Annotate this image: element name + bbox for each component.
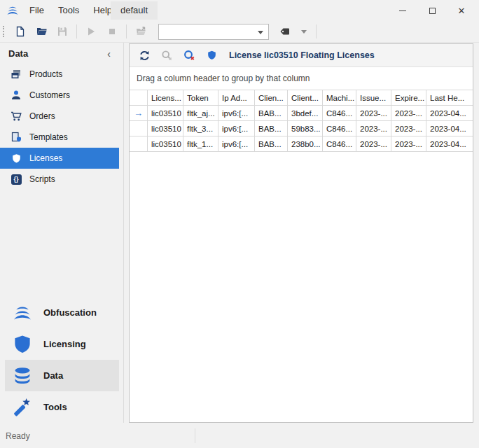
table-row[interactable]: lic03510 fltk_1... ipv6:[... BAB... 238b… bbox=[130, 136, 473, 152]
save-button[interactable] bbox=[53, 23, 71, 40]
sidebar-item-scripts[interactable]: Scripts bbox=[0, 169, 119, 190]
nav-item-licensing[interactable]: Licensing bbox=[0, 328, 119, 360]
sidebar-header: Data ‹ bbox=[0, 43, 119, 64]
row-indicator bbox=[130, 136, 148, 152]
table-cell[interactable]: C846... bbox=[323, 121, 356, 136]
column-header-issue[interactable]: Issue... bbox=[356, 90, 391, 106]
table-header-row: Licens... Token Ip Ad... Clien... Client… bbox=[130, 90, 473, 106]
table-cell[interactable]: 2023-... bbox=[356, 136, 391, 152]
sidebar: Data ‹ Products Customers bbox=[0, 43, 119, 423]
minimize-button[interactable] bbox=[388, 0, 417, 21]
table-cell[interactable]: 2023-... bbox=[391, 106, 426, 121]
panel-toolbar: License lic03510 Floating Licenses bbox=[130, 44, 473, 67]
stop-icon bbox=[106, 26, 118, 37]
license-shield-button[interactable] bbox=[202, 46, 221, 64]
column-header-ip[interactable]: Ip Ad... bbox=[218, 90, 255, 106]
customers-icon bbox=[10, 89, 22, 102]
sidebar-item-templates[interactable]: Templates bbox=[0, 127, 119, 148]
collapse-chevron-icon[interactable]: ‹ bbox=[104, 48, 113, 59]
table-cell[interactable]: C846... bbox=[323, 106, 356, 121]
table-cell[interactable]: lic03510 bbox=[148, 121, 183, 136]
main-toolbar bbox=[0, 21, 479, 43]
row-indicator bbox=[130, 121, 148, 136]
search-button[interactable] bbox=[158, 46, 176, 64]
table-cell[interactable]: lic03510 bbox=[148, 136, 183, 152]
table-cell[interactable]: 2023-... bbox=[356, 106, 391, 121]
run-button[interactable] bbox=[82, 23, 100, 40]
table-cell[interactable]: ipv6:[... bbox=[218, 106, 255, 121]
open-file-button[interactable] bbox=[32, 23, 50, 40]
refresh-icon bbox=[139, 50, 151, 62]
sidebar-spacer bbox=[0, 190, 119, 297]
column-header-license[interactable]: Licens... bbox=[148, 90, 183, 106]
table-cell[interactable]: fltk_aj... bbox=[183, 106, 218, 121]
table-row[interactable]: lic03510 fltk_3... ipv6:[... BAB... 59b8… bbox=[130, 121, 473, 136]
close-button[interactable]: ✕ bbox=[447, 0, 476, 21]
table-cell[interactable]: lic03510 bbox=[148, 106, 183, 121]
sidebar-splitter[interactable] bbox=[123, 43, 124, 423]
column-header-client1[interactable]: Clien... bbox=[255, 90, 288, 106]
table-row[interactable]: → lic03510 fltk_aj... ipv6:[... BAB... 3… bbox=[130, 106, 473, 121]
save-icon bbox=[57, 26, 68, 37]
tag-dropdown-arrow[interactable] bbox=[301, 30, 307, 34]
sidebar-item-licenses[interactable]: Licenses bbox=[0, 148, 119, 169]
group-by-hint: Drag a column header to group by that co… bbox=[137, 74, 310, 83]
stop-button[interactable] bbox=[103, 23, 121, 40]
chevron-down-icon bbox=[258, 31, 263, 34]
sidebar-item-products[interactable]: Products bbox=[0, 64, 119, 85]
nav-item-obfuscation[interactable]: Obfuscation bbox=[0, 297, 119, 328]
window-controls: ✕ bbox=[388, 0, 476, 21]
table-cell[interactable]: 3bdef... bbox=[288, 106, 323, 121]
table-cell[interactable]: 59b83... bbox=[288, 121, 323, 136]
column-header-expire[interactable]: Expire... bbox=[391, 90, 426, 106]
table-cell[interactable]: BAB... bbox=[255, 136, 288, 152]
wand-star-icon bbox=[10, 395, 35, 420]
nav-item-label: Data bbox=[43, 370, 63, 381]
products-icon bbox=[10, 68, 22, 80]
refresh-button[interactable] bbox=[135, 46, 153, 64]
table-cell[interactable]: C846... bbox=[323, 136, 356, 152]
document-tab[interactable]: default bbox=[111, 1, 158, 20]
table-cell[interactable]: BAB... bbox=[255, 121, 288, 136]
templates-icon bbox=[10, 131, 22, 144]
column-header-lastheartbeat[interactable]: Last He... bbox=[426, 90, 473, 106]
toolbar-grip[interactable] bbox=[3, 26, 4, 37]
current-row-arrow-icon: → bbox=[134, 108, 143, 118]
table-cell[interactable]: 238b0... bbox=[288, 136, 323, 152]
column-header-token[interactable]: Token bbox=[183, 90, 218, 106]
table-cell[interactable]: 2023-04... bbox=[426, 106, 473, 121]
licenses-table: Licens... Token Ip Ad... Clien... Client… bbox=[130, 90, 473, 152]
table-cell[interactable]: BAB... bbox=[255, 106, 288, 121]
table-cell[interactable]: 2023-04... bbox=[426, 121, 473, 136]
table-cell[interactable]: fltk_3... bbox=[183, 121, 218, 136]
clear-search-button[interactable] bbox=[180, 46, 198, 64]
nav-item-tools[interactable]: Tools bbox=[0, 391, 119, 423]
status-text: Ready bbox=[6, 431, 30, 441]
toolbar-combobox[interactable] bbox=[158, 24, 269, 40]
new-document-button[interactable] bbox=[11, 23, 29, 40]
table-cell[interactable]: ipv6:[... bbox=[218, 121, 255, 136]
table-cell[interactable]: 2023-... bbox=[391, 136, 426, 152]
table-cell[interactable]: 2023-... bbox=[391, 121, 426, 136]
tag-button[interactable] bbox=[276, 23, 294, 40]
export-button[interactable] bbox=[132, 23, 150, 40]
maximize-button[interactable] bbox=[417, 0, 447, 21]
sidebar-item-orders[interactable]: Orders bbox=[0, 106, 119, 127]
column-header-client2[interactable]: Client... bbox=[288, 90, 323, 106]
table-cell[interactable]: fltk_1... bbox=[183, 136, 218, 152]
status-separator bbox=[195, 428, 195, 443]
toolbar-separator bbox=[126, 24, 127, 38]
table-cell[interactable]: ipv6:[... bbox=[218, 136, 255, 152]
panel-title: License lic03510 Floating Licenses bbox=[229, 50, 375, 60]
menu-file[interactable]: File bbox=[22, 0, 51, 21]
shield-icon bbox=[207, 50, 217, 61]
sidebar-item-customers[interactable]: Customers bbox=[0, 85, 119, 106]
table-cell[interactable]: 2023-04... bbox=[426, 136, 473, 152]
column-header-machine[interactable]: Machi... bbox=[323, 90, 356, 106]
menu-tools[interactable]: Tools bbox=[51, 0, 86, 21]
obfuscation-layers-icon bbox=[10, 300, 35, 326]
group-by-panel[interactable]: Drag a column header to group by that co… bbox=[130, 67, 473, 90]
table-cell[interactable]: 2023-... bbox=[356, 121, 391, 136]
licensing-shield-icon bbox=[10, 332, 35, 357]
nav-item-data[interactable]: Data bbox=[5, 360, 119, 391]
